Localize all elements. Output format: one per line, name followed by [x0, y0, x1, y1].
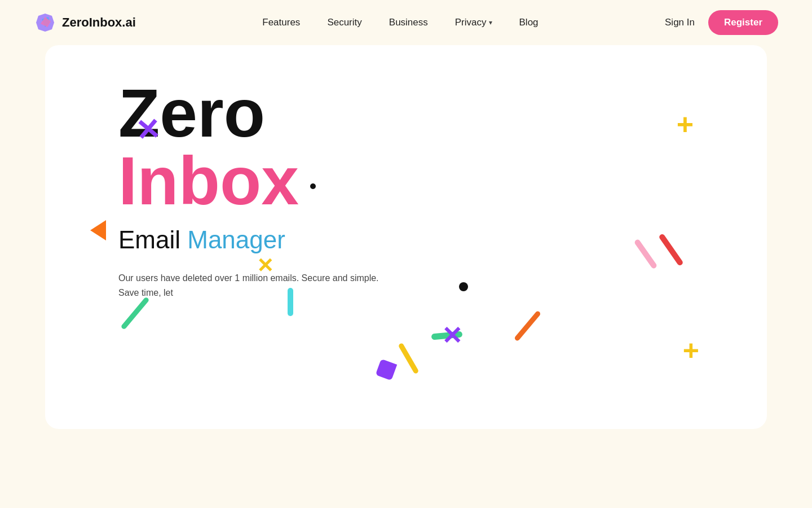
logo-icon [34, 11, 56, 34]
deco-purple-bottom [376, 359, 397, 380]
deco-stripe-yellow [398, 343, 420, 374]
deco-plus-yellow-bottom: + [683, 334, 699, 367]
hero-wrapper: ✕ + ✕ ✕ + Zero Inbox Email Manager Our u… [0, 45, 812, 452]
navbar: ZeroInbox.ai Features Security Business … [0, 0, 812, 45]
hero-title-zero: Zero [118, 79, 727, 147]
hero-title-inbox: Inbox [118, 147, 727, 214]
deco-stripe-green-bottom [431, 331, 463, 340]
hero-subtitle-manager: Manager [187, 226, 285, 253]
nav-item-features[interactable]: Features [262, 17, 300, 28]
deco-stripe-orange-bottom [514, 310, 541, 342]
nav-actions: Sign In Register [665, 10, 778, 35]
nav-item-blog[interactable]: Blog [519, 17, 539, 28]
hero-subtitle-email: Email [118, 226, 187, 253]
deco-dot-black-mid [459, 282, 468, 291]
nav-item-security[interactable]: Security [327, 17, 361, 28]
deco-triangle-orange [90, 220, 106, 240]
register-button[interactable]: Register [708, 10, 778, 35]
logo[interactable]: ZeroInbox.ai [34, 11, 136, 34]
deco-stripe-green-left [121, 296, 150, 330]
sign-in-button[interactable]: Sign In [665, 17, 695, 28]
nav-item-business[interactable]: Business [389, 17, 428, 28]
hero-card: ✕ + ✕ ✕ + Zero Inbox Email Manager Our u… [45, 45, 767, 429]
logo-text: ZeroInbox.ai [62, 15, 136, 30]
nav-links: Features Security Business Privacy ▾ Blo… [262, 17, 538, 28]
hero-description: Our users have deleted over 1 million em… [118, 271, 400, 300]
privacy-dropdown-icon: ▾ [489, 19, 492, 27]
hero-subtitle: Email Manager [118, 226, 727, 254]
nav-item-privacy[interactable]: Privacy ▾ [455, 17, 492, 28]
deco-x-purple-bottom: ✕ [442, 321, 462, 350]
